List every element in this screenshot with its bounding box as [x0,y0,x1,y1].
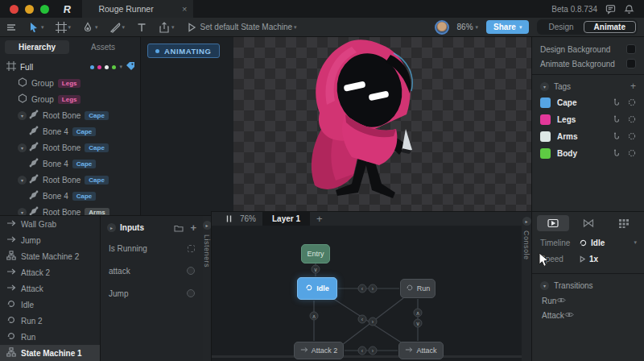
document-tab[interactable]: Rouge Runner × [82,0,193,18]
tag-row[interactable]: Body [532,145,644,162]
transition-row[interactable]: Run [532,293,644,308]
zoom-caret-icon[interactable]: ▾ [476,24,479,31]
knife-tool-caret-icon[interactable]: ▾ [122,24,126,31]
minimize-window-button[interactable] [25,5,34,14]
listeners-strip[interactable]: ▸ Listeners [203,215,211,361]
close-window-button[interactable] [10,5,19,14]
transition-condition-icon[interactable]: › [369,317,378,326]
design-mode-button[interactable]: Design [539,21,583,33]
expand-caret-icon[interactable]: ▾ [18,111,27,120]
select-tag-icon[interactable] [613,149,621,159]
zoom-control[interactable]: 86% ▾ [457,23,479,31]
tag-target-icon[interactable] [628,115,636,125]
hierarchy-row[interactable]: Bone 4Cape [0,123,140,139]
design-background-row[interactable]: Design Background [532,42,644,56]
tag-color-swatch[interactable] [540,114,551,125]
export-caret-icon[interactable]: ▾ [171,24,175,31]
tag-badge[interactable]: Cape [85,176,109,185]
tag-row[interactable]: Cape [532,94,644,111]
hierarchy-row[interactable]: GroupLegs [0,91,140,107]
rogue-character-art[interactable] [284,37,461,202]
tag-row[interactable]: Arms [532,128,644,145]
share-button[interactable]: Share ▾ [486,20,529,34]
inputs-folder-icon[interactable] [174,224,184,232]
graph-scrollbar[interactable] [212,355,522,358]
animate-mode-button[interactable]: Animate [584,21,636,33]
tab-hierarchy[interactable]: Hierarchy [5,40,69,54]
state-machine-caret-icon[interactable]: ▾ [294,24,297,31]
export-button[interactable]: ▾ [153,18,180,37]
knife-tool[interactable]: ▾ [104,18,131,37]
animate-background-swatch[interactable] [626,59,636,68]
tags-caret-icon[interactable]: ▾ [540,82,549,91]
select-tag-icon[interactable] [613,132,621,142]
hierarchy-row[interactable]: Full▾ [0,59,140,75]
select-tool[interactable]: ▾ [23,18,50,37]
close-tab-icon[interactable]: × [182,4,187,14]
feedback-icon[interactable] [605,4,616,15]
add-tag-icon[interactable]: + [630,81,636,92]
animate-background-row[interactable]: Animate Background [532,56,644,71]
transition-condition-icon[interactable]: ‹ [358,346,367,355]
expand-caret-icon[interactable]: ▾ [18,143,27,152]
root-caret-icon[interactable]: ▾ [119,64,122,70]
trigger-input-button[interactable] [187,267,195,275]
state-node-attack[interactable]: Attack [398,342,444,359]
tag-target-icon[interactable] [628,98,636,108]
graph-canvas[interactable]: ∨‹›∧‹›∧∨‹›EntryIdleRunAttack 2Attack [212,226,522,359]
animation-item[interactable]: Attack [0,280,100,297]
transition-condition-icon[interactable]: ‹ [358,315,367,324]
trigger-input-button[interactable] [187,289,195,297]
tab-playback[interactable] [537,215,569,231]
inputs-caret-icon[interactable]: ▸ [107,223,116,232]
artboard-tool[interactable]: ▾ [50,18,77,37]
timeline-row[interactable]: Timeline Idle ▾ [532,234,644,251]
animation-item[interactable]: Jump [0,232,100,248]
transition-condition-icon[interactable]: ∧ [310,312,319,321]
graph-zoom-value[interactable]: 76% [240,214,256,223]
hierarchy-row[interactable]: Bone 4Cape [0,188,140,204]
tab-assets[interactable]: Assets [71,40,135,54]
tag-badge[interactable]: Cape [72,160,97,168]
state-node-attack-2[interactable]: Attack 2 [294,342,344,359]
add-layer-icon[interactable]: + [316,213,323,225]
tag-color-swatch[interactable] [540,131,551,142]
tag-icon[interactable] [126,61,135,73]
timeline-caret-icon[interactable]: ▾ [634,239,637,246]
pen-tool[interactable]: ▾ [76,18,104,37]
select-tag-icon[interactable] [613,98,621,108]
transition-condition-icon[interactable]: › [369,346,378,355]
pen-tool-caret-icon[interactable]: ▾ [95,24,98,31]
transition-condition-icon[interactable]: ∨ [312,265,320,274]
animation-item[interactable]: Run [0,329,100,345]
tag-color-swatch[interactable] [540,98,551,108]
animation-item[interactable]: Run 2 [0,313,100,329]
tag-badge[interactable]: Legs [58,79,81,88]
transition-condition-icon[interactable]: ‹ [358,284,367,293]
state-node-entry[interactable]: Entry [301,244,330,263]
stage-canvas[interactable]: ANIMATING [141,37,531,211]
state-node-idle[interactable]: Idle [297,277,337,300]
listeners-caret-icon[interactable]: ▸ [203,221,212,230]
visibility-eye-icon[interactable] [556,297,566,305]
graph-layer-tab[interactable]: Layer 1 [262,212,310,226]
input-row[interactable]: Is Running [101,237,203,259]
transitions-caret-icon[interactable]: ▾ [540,281,549,290]
artboard-tool-caret-icon[interactable]: ▾ [68,24,72,31]
share-caret-icon[interactable]: ▾ [519,24,522,31]
transition-condition-icon[interactable]: ∨ [414,319,423,328]
expand-caret-icon[interactable]: ▾ [18,176,27,185]
input-row[interactable]: attack [101,259,203,282]
transition-row[interactable]: Attack [532,308,644,322]
boolean-input-checkbox[interactable] [188,245,195,252]
hierarchy-row[interactable]: Bone 4Cape [0,156,140,172]
animation-item[interactable]: Wall Grab [0,216,100,232]
select-tag-icon[interactable] [613,115,621,125]
visibility-eye-icon[interactable] [564,311,574,320]
hierarchy-row[interactable]: ▾Root BoneCape [0,107,140,123]
tag-target-icon[interactable] [628,132,636,142]
transition-condition-icon[interactable]: › [369,284,378,293]
hierarchy-row[interactable]: ▾Root BoneCape [0,172,140,188]
animation-item[interactable]: Attack 2 [0,264,100,280]
tag-badge[interactable]: Cape [85,111,109,120]
